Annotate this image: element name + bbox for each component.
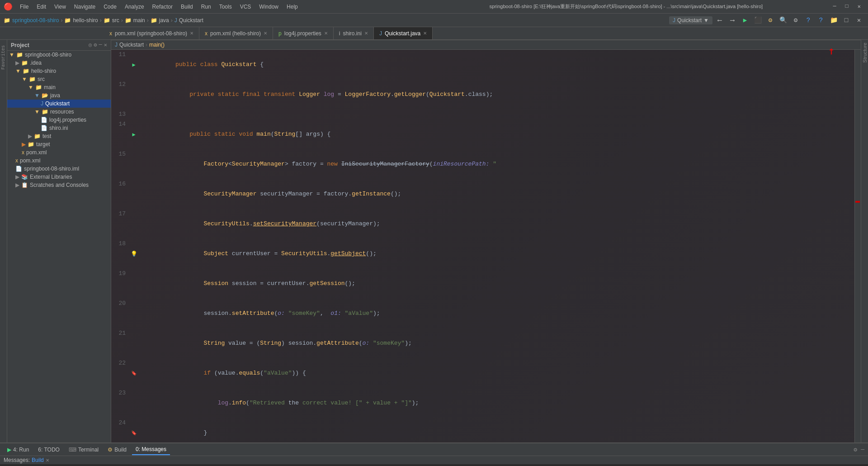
titlebar: 🔴 File Edit View Navigate Code Analyze R… — [0, 0, 868, 14]
menu-navigate[interactable]: Navigate — [71, 3, 99, 11]
collapse-icon[interactable]: — — [99, 42, 102, 48]
tab-label: pom.xml (springboot-08-shiro) — [115, 30, 187, 37]
tree-item-log4j[interactable]: 📄 log4j.properties — [7, 116, 111, 124]
tab-shiro-ini[interactable]: i shiro.ini ✕ — [334, 27, 374, 39]
stop-button[interactable]: ⬛ — [752, 15, 763, 26]
build-close[interactable]: ✕ — [46, 458, 49, 463]
tree-item-java[interactable]: ▼ 📂 java — [7, 91, 111, 100]
line-gutter-20 — [129, 299, 138, 328]
breadcrumb-method[interactable]: main() — [149, 42, 165, 48]
tab-label2: pom.xml (hello-shiro) — [210, 30, 261, 37]
sidebar-actions: ◎ ⚙ — ✕ — [89, 42, 107, 48]
tree-item-test[interactable]: ▶ 📁 test — [7, 132, 111, 140]
maximize-button[interactable]: □ — [842, 2, 852, 11]
code-line-21: 21 String value = (String) session.getAt… — [111, 328, 861, 358]
xml-file-icon: x — [22, 149, 24, 156]
breadcrumb-quickstart[interactable]: Quickstart — [119, 42, 144, 48]
messages-tab[interactable]: 0: Messages — [132, 444, 170, 455]
tab-close-icon4[interactable]: ✕ — [364, 31, 368, 36]
java-label[interactable]: java — [159, 17, 169, 24]
close-button[interactable]: ✕ — [854, 2, 864, 11]
tab-close-icon[interactable]: ✕ — [190, 31, 193, 36]
menu-code[interactable]: Code — [100, 3, 120, 11]
tab-quickstart[interactable]: J Quickstart.java ✕ — [374, 27, 433, 39]
tab-close-icon3[interactable]: ✕ — [324, 31, 328, 36]
tree-item-quickstart[interactable]: J Quickstart — [7, 100, 111, 108]
favorites-panel-button[interactable]: Favorites — [0, 43, 7, 71]
tab-log4j[interactable]: p log4j.properties ✕ — [273, 27, 334, 39]
navigate-forward-button[interactable]: ⟶ — [727, 15, 738, 26]
menu-file[interactable]: File — [16, 3, 32, 11]
tree-item-resources[interactable]: ▼ 📁 resources — [7, 108, 111, 116]
main-label[interactable]: main — [133, 17, 145, 24]
minimize-bottom-icon[interactable]: — — [861, 446, 864, 453]
tree-item-shiro-ini[interactable]: 📄 shiro.ini — [7, 124, 111, 132]
breadcrumb: J Quickstart › main() — [111, 40, 861, 50]
tree-item-main[interactable]: ▼ 📁 main — [7, 83, 111, 91]
code-content[interactable]: J Quickstart › main() 11 ▶ public class … — [111, 40, 861, 442]
build-button[interactable]: ⚙ — [765, 15, 776, 26]
tree-item-idea[interactable]: ▶ 📁 .idea — [7, 59, 111, 67]
terminal-tab[interactable]: ⌨ Terminal — [65, 445, 102, 455]
tree-item-root[interactable]: ▼ 📁 springboot-08-shiro — [7, 51, 111, 59]
tree-item-extlibs[interactable]: ▶ 📚 External Libraries — [7, 173, 111, 181]
folder-icon4: 📁 — [125, 17, 132, 24]
tree-item-pom-root[interactable]: x pom.xml — [7, 157, 111, 165]
run-tab[interactable]: ▶ 4: Run — [4, 445, 33, 455]
src-label[interactable]: src — [112, 17, 119, 24]
run-config-selector[interactable]: J Quickstart ▼ — [669, 16, 712, 24]
tab-close-icon5[interactable]: ✕ — [423, 31, 427, 36]
close-nav-button[interactable]: ✕ — [854, 15, 864, 26]
menu-run[interactable]: Run — [198, 3, 215, 11]
todo-tab[interactable]: 6: TODO — [34, 445, 63, 455]
file-label[interactable]: Quickstart — [179, 17, 203, 24]
find-button[interactable]: 🔍 — [778, 15, 788, 26]
menu-build[interactable]: Build — [177, 3, 197, 11]
files-button[interactable]: 📁 — [828, 15, 839, 26]
minimize-button[interactable]: — — [829, 2, 840, 11]
menu-edit[interactable]: Edit — [33, 3, 50, 11]
locate-icon[interactable]: ◎ — [89, 42, 92, 48]
navigate-back-button[interactable]: ⟵ — [714, 15, 725, 26]
menu-help[interactable]: Help — [283, 3, 302, 11]
help-button[interactable]: ? — [803, 15, 814, 26]
tab-pom-hello[interactable]: x pom.xml (hello-shiro) ✕ — [199, 27, 273, 39]
project-label[interactable]: springboot-08-shiro — [12, 17, 59, 24]
menu-window[interactable]: Window — [255, 3, 282, 11]
folder-icon5: 📁 — [151, 17, 157, 24]
line-number-21: 21 — [111, 328, 129, 358]
line-content-12: private static final transient Logger lo… — [138, 80, 861, 109]
tree-label-idea: .idea — [30, 60, 42, 66]
menu-refactor[interactable]: Refactor — [149, 3, 176, 11]
line-gutter-23 — [129, 388, 138, 418]
restore-button[interactable]: □ — [841, 15, 852, 26]
structure-panel[interactable]: Structure — [861, 40, 868, 442]
tab-close-icon2[interactable]: ✕ — [264, 31, 267, 36]
menu-analyze[interactable]: Analyze — [121, 3, 148, 11]
code-editor[interactable]: ↗ J Quickstart › main() 11 ▶ public clas… — [111, 40, 861, 442]
tab-prop-icon: p — [278, 30, 282, 37]
structure-panel-label[interactable]: Structure — [861, 40, 868, 66]
help2-button[interactable]: ? — [816, 15, 826, 26]
menu-vcs[interactable]: VCS — [236, 3, 255, 11]
menu-tools[interactable]: Tools — [216, 3, 236, 11]
module-label[interactable]: hello-shiro — [73, 17, 98, 24]
tree-chevron-res: ▼ — [34, 109, 40, 115]
tree-item-iml[interactable]: 📄 springboot-08-shiro.iml — [7, 165, 111, 173]
tree-chevron-test: ▶ — [28, 133, 32, 139]
tree-item-scratches[interactable]: ▶ 📋 Scratches and Consoles — [7, 181, 111, 189]
close-sidebar-icon[interactable]: ✕ — [104, 42, 107, 48]
tree-item-target[interactable]: ▶ 📁 target — [7, 140, 111, 148]
settings-bottom-icon[interactable]: ⚙ — [854, 446, 857, 453]
settings-icon[interactable]: ⚙ — [94, 42, 97, 48]
tab-pom-springboot[interactable]: x pom.xml (springboot-08-shiro) ✕ — [104, 27, 199, 39]
menu-view[interactable]: View — [51, 3, 70, 11]
folder-java-icon: 📂 — [42, 92, 48, 99]
settings-button[interactable]: ⚙ — [790, 15, 801, 26]
tree-item-hello-shiro[interactable]: ▼ 📁 hello-shiro — [7, 67, 111, 75]
build-badge[interactable]: Build — [32, 457, 44, 463]
build-tab[interactable]: ⚙ Build — [104, 445, 130, 455]
tree-item-pom-hello[interactable]: x pom.xml — [7, 148, 111, 157]
tree-item-src[interactable]: ▼ 📁 src — [7, 75, 111, 83]
run-button[interactable]: ▶ — [740, 15, 750, 26]
